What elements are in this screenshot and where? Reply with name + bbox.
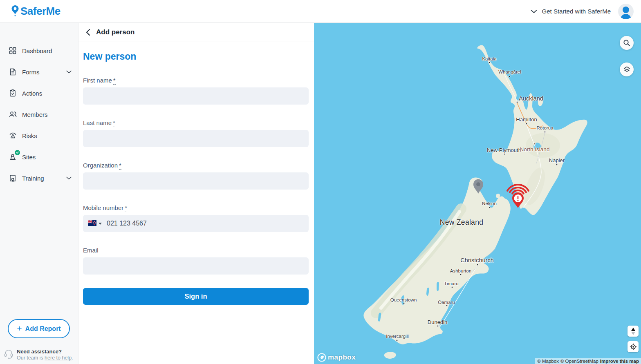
green-check-badge-icon	[15, 150, 20, 155]
dashboard-grid-icon	[8, 46, 17, 55]
mobile-number-label: Mobile number*	[83, 204, 309, 211]
sites-cone-icon	[8, 152, 17, 161]
training-certificate-icon	[8, 174, 17, 183]
back-button[interactable]	[84, 28, 92, 37]
new-zealand-flag-icon	[88, 220, 96, 227]
map-canvas[interactable]: KaitaiaWhangāreiAucklandHamiltonRotoruaN…	[314, 23, 641, 364]
sidebar-item-actions[interactable]: Actions	[0, 83, 78, 104]
required-asterisk: *	[119, 162, 121, 170]
sidebar-item-label: Risks	[22, 132, 37, 139]
sidebar-item-label: Members	[22, 111, 48, 118]
improve-this-map-link[interactable]: Improve this map	[600, 359, 639, 364]
country-selector-button[interactable]	[88, 220, 102, 227]
sidebar-item-dashboard[interactable]: Dashboard	[0, 40, 78, 61]
sidebar-item-members[interactable]: Members	[0, 104, 78, 125]
map-pin-logo-icon	[11, 4, 20, 18]
forms-document-icon	[8, 67, 17, 76]
gray-pin-marker[interactable]	[472, 178, 484, 197]
page-title: New person	[83, 51, 309, 62]
assistance-body: Our team is here to help.	[17, 355, 73, 361]
organization-label: Organization*	[83, 162, 309, 169]
first-name-label: First name*	[83, 77, 309, 84]
map-locate-button[interactable]	[628, 341, 639, 352]
top-header: SaferMe Get Started with SaferMe	[0, 0, 641, 23]
actions-clipboard-icon	[8, 89, 17, 98]
required-asterisk: *	[125, 204, 127, 212]
risks-warning-icon	[8, 131, 17, 140]
add-report-button[interactable]: + Add Report	[8, 319, 70, 338]
sidebar-item-label: Dashboard	[22, 47, 52, 54]
logo-text: SaferMe	[20, 5, 61, 18]
plus-icon: +	[17, 324, 22, 333]
mapbox-attribution-link[interactable]: © Mapbox	[537, 359, 559, 364]
mapbox-logo[interactable]: mapbox	[317, 353, 356, 362]
required-asterisk: *	[113, 77, 116, 85]
last-name-input[interactable]	[83, 130, 309, 147]
assistance-title: Need assistance?	[17, 348, 73, 355]
email-label: Email	[83, 247, 309, 254]
first-name-input[interactable]	[83, 87, 309, 105]
sidebar-item-training[interactable]: Training	[0, 167, 78, 189]
panel-header-title: Add person	[96, 28, 134, 36]
members-people-icon	[8, 110, 17, 119]
avatar-person-icon	[623, 7, 629, 13]
mapbox-wordmark: mapbox	[328, 353, 356, 362]
map-tilt-button[interactable]	[628, 326, 639, 337]
mobile-number-input[interactable]	[107, 220, 304, 227]
saferme-logo[interactable]: SaferMe	[11, 4, 61, 18]
get-started-label: Get Started with SaferMe	[542, 8, 611, 15]
here-to-help-link[interactable]: here to help	[45, 355, 72, 361]
osm-attribution-link[interactable]: © OpenStreetMap	[560, 359, 598, 364]
add-person-panel: Add person New person First name* Last n…	[78, 23, 314, 364]
last-name-field-group: Last name*	[83, 119, 309, 147]
saferme-app: SaferMe Get Started with SaferMe	[0, 0, 641, 364]
sidebar: Dashboard Forms	[0, 23, 78, 364]
sidebar-item-forms[interactable]: Forms	[0, 61, 78, 83]
sidebar-item-label: Training	[22, 175, 44, 182]
last-name-label: Last name*	[83, 119, 309, 126]
sign-in-button[interactable]: Sign in	[83, 288, 309, 305]
sidebar-item-label: Actions	[22, 90, 42, 97]
email-input[interactable]	[83, 257, 309, 275]
triangle-up-icon	[631, 328, 635, 331]
phone-input-wrap	[83, 215, 309, 232]
chevron-down-icon	[66, 176, 72, 180]
email-field-group: Email	[83, 247, 309, 275]
sidebar-item-label: Sites	[22, 154, 36, 161]
organization-field-group: Organization*	[83, 162, 309, 190]
first-name-field-group: First name*	[83, 77, 309, 105]
map-layers-button[interactable]	[620, 63, 634, 76]
triangle-down-icon	[631, 332, 635, 335]
chevron-down-icon	[531, 8, 537, 15]
flag-caret-icon	[99, 223, 102, 225]
sidebar-nav: Dashboard Forms	[0, 23, 78, 189]
mobile-number-field-group: Mobile number*	[83, 204, 309, 232]
assistance-block: Need assistance? Our team is here to hel…	[3, 348, 77, 362]
get-started-menu[interactable]: Get Started with SaferMe	[531, 8, 611, 15]
sidebar-item-label: Forms	[22, 69, 40, 76]
headset-icon	[3, 348, 14, 362]
required-asterisk: *	[113, 119, 115, 127]
chevron-down-icon	[66, 70, 72, 74]
panel-header: Add person	[78, 23, 314, 42]
map-search-button[interactable]	[620, 36, 634, 50]
user-avatar[interactable]	[618, 4, 634, 19]
sidebar-item-risks[interactable]: Risks	[0, 125, 78, 146]
organization-input[interactable]	[83, 172, 309, 190]
alert-beacon-marker[interactable]	[502, 178, 534, 211]
sidebar-item-sites[interactable]: Sites	[0, 146, 78, 167]
map-attribution: © Mapbox © OpenStreetMap Improve this ma…	[535, 358, 641, 364]
